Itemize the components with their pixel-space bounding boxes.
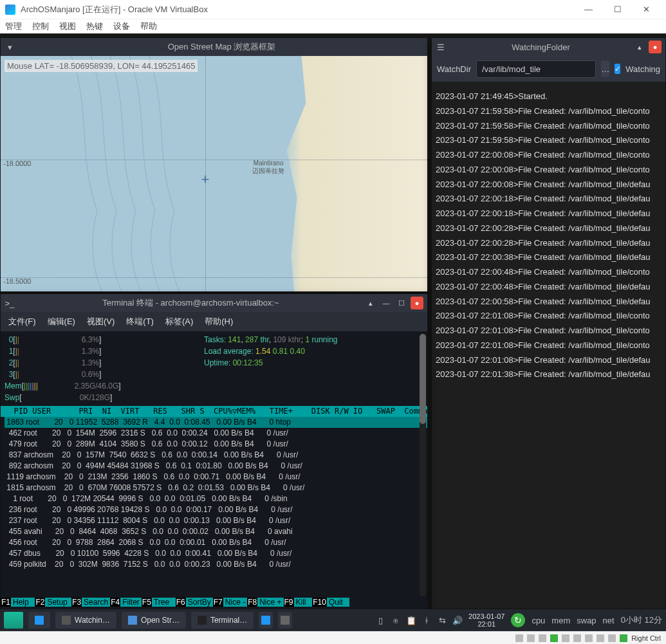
vb-statusbar: Right Ctrl — [0, 631, 666, 644]
term-title: Terminal 终端 - archosm@archosm-virtualbox… — [20, 297, 362, 309]
wf-toolbar: WatchDir … ✓ Watching — [432, 56, 665, 82]
network-icon[interactable]: ⇆ — [438, 616, 447, 625]
application-launcher[interactable] — [4, 612, 23, 629]
term-menu-tabs[interactable]: 标签(A) — [165, 316, 193, 327]
vb-hdd-icon[interactable] — [515, 634, 523, 642]
htop-process-row[interactable]: 479 root 20 0 289M 4104 3580 S 0.6 0.0 0… — [5, 439, 427, 450]
monitor-cpu[interactable]: cpu — [532, 616, 545, 625]
wf-log-line: 2023-01-07 22:01:08>File Created: /var/l… — [436, 324, 661, 338]
vb-menu-view[interactable]: 视图 — [59, 21, 76, 32]
city-label: Maintirano 迈因蒂拉努 — [252, 160, 284, 176]
htop-process-row[interactable]: 457 dbus 20 0 10100 5996 4228 S 0.0 0.0 … — [5, 548, 427, 559]
term-menu-edit[interactable]: 编辑(E) — [48, 316, 75, 327]
lat-label-2: -18.5000 — [3, 277, 31, 285]
vb-menu-manage[interactable]: 管理 — [5, 21, 22, 32]
osm-map-canvas[interactable]: Mouse LAT= -18.506958939, LON= 44.195251… — [1, 56, 427, 291]
kde-taskbar: Watchin… Open Str… Terminal… ▯ ⍟ 📋 ᚼ ⇆ 🔊… — [0, 609, 666, 631]
vb-mouse-icon[interactable] — [620, 634, 627, 642]
vb-audio-icon[interactable] — [539, 634, 546, 642]
wf-log-list[interactable]: 2023-01-07 21:49:45>Started.2023-01-07 2… — [432, 82, 665, 609]
wf-log-line: 2023-01-07 21:59:58>File Created: /var/l… — [436, 104, 661, 119]
monitor-uptime[interactable]: 0小时 12分 — [621, 614, 662, 626]
htop-process-row[interactable]: 892 archosm 20 0 494M 45484 31968 S 0.6 … — [5, 461, 427, 472]
htop-process-row[interactable]: 1815 archosm 20 0 670M 76008 57572 S 0.6… — [5, 483, 427, 493]
vb-shared-folder-icon[interactable] — [573, 634, 581, 642]
show-desktop-button[interactable] — [28, 612, 50, 629]
vb-display-icon[interactable] — [585, 634, 593, 642]
term-menu-terminal[interactable]: 终端(T) — [126, 316, 154, 327]
term-maximize-button[interactable]: ☐ — [395, 297, 408, 309]
vb-menu-help[interactable]: 帮助 — [140, 21, 157, 32]
lat-label-1: -18.0000 — [3, 160, 31, 167]
vb-recording-icon[interactable] — [597, 634, 604, 642]
task-filemanager[interactable] — [259, 612, 273, 629]
volume-icon[interactable]: 🔊 — [453, 616, 462, 625]
vb-optical-icon[interactable] — [527, 634, 535, 642]
bluetooth-icon[interactable]: ᚼ — [422, 616, 431, 625]
htop-process-list[interactable]: 1863 root 20 0 11952 5288 3692 R 4.4 0.0… — [1, 417, 427, 570]
htop-process-row[interactable]: 1119 archosm 20 0 213M 2356 1860 S 0.6 0… — [5, 472, 427, 483]
vb-network-icon[interactable] — [550, 634, 558, 642]
htop-function-bar[interactable]: F1Help F2Setup F3SearchF4FilterF5Tree F6… — [1, 598, 427, 609]
vb-cpu-icon[interactable] — [608, 634, 616, 642]
clipboard-icon[interactable]: 📋 — [407, 616, 416, 625]
monitor-swap[interactable]: swap — [577, 616, 596, 625]
scrollbar-thumb[interactable] — [420, 334, 426, 424]
task-app2[interactable] — [278, 612, 292, 629]
osm-titlebar[interactable]: ▾ Open Street Map 浏览器框架 — [1, 38, 427, 56]
term-menubar: 文件(F) 编辑(E) 视图(V) 终端(T) 标签(A) 帮助(H) — [1, 312, 427, 331]
vb-menu-hotkeys[interactable]: 热键 — [86, 21, 103, 32]
htop-process-row[interactable]: 455 avahi 20 0 8464 4068 3652 S 0.0 0.0 … — [5, 526, 427, 537]
htop-process-row[interactable]: 1863 root 20 0 11952 5288 3692 R 4.4 0.0… — [5, 417, 427, 428]
vb-menu-devices[interactable]: 设备 — [113, 21, 130, 32]
system-tray: ▯ ⍟ 📋 ᚼ ⇆ 🔊 2023-01-07 22:01 ↻ cpu mem s… — [376, 612, 662, 628]
htop-process-row[interactable]: 456 root 20 0 9788 2864 2068 S 0.0 0.0 0… — [5, 537, 427, 548]
htop-process-row[interactable]: 462 root 20 0 154M 2596 2316 S 0.6 0.0 0… — [5, 428, 427, 439]
vb-maximize-button[interactable]: ☐ — [603, 0, 632, 19]
vb-close-button[interactable]: ✕ — [632, 0, 661, 19]
htop-process-row[interactable]: 237 root 20 0 34356 11112 8004 S 0.0 0.0… — [5, 515, 427, 526]
watching-checkbox[interactable]: ✓ — [615, 64, 620, 74]
watchdir-input[interactable] — [476, 60, 596, 78]
task-terminal[interactable]: Terminal… — [191, 612, 254, 629]
vb-menu-control[interactable]: 控制 — [32, 21, 49, 32]
mouse-coords-label: Mouse LAT= -18.506958939, LON= 44.195251… — [5, 60, 198, 72]
wf-minimize-button[interactable]: ▴ — [633, 41, 646, 53]
updates-icon[interactable]: ↻ — [511, 613, 525, 627]
terminal-window: >_ Terminal 终端 - archosm@archosm-virtual… — [0, 293, 428, 610]
terminal-scrollbar[interactable] — [420, 334, 426, 596]
monitor-mem[interactable]: mem — [551, 616, 570, 625]
crosshair-icon: + — [201, 171, 210, 188]
monitor-net[interactable]: net — [603, 616, 615, 625]
browse-button[interactable]: … — [601, 60, 609, 77]
wf-log-line: 2023-01-07 22:01:08>File Created: /var/l… — [436, 309, 661, 324]
term-menu-help[interactable]: 帮助(H) — [205, 316, 233, 327]
htop-process-row[interactable]: 1 root 20 0 172M 20544 9996 S 0.0 0.0 0:… — [5, 493, 427, 504]
task-watchingfolder[interactable]: Watchin… — [55, 612, 116, 629]
term-minimize-button[interactable]: — — [380, 297, 393, 309]
watching-label: Watching — [625, 64, 660, 74]
term-close-button[interactable]: ● — [411, 297, 423, 309]
term-rollup-button[interactable]: ▴ — [364, 297, 377, 309]
htop-columns-header[interactable]: PID USER PRI NI VIRT RES SHR S CPU%▽MEM%… — [1, 406, 427, 417]
app-menu-icon[interactable]: ▾ — [5, 42, 15, 52]
htop-process-row[interactable]: 236 root 20 0 49996 20768 19428 S 0.0 0.… — [5, 504, 427, 515]
vb-usb-icon[interactable] — [562, 634, 569, 642]
htop-header: 0[|| 6.3%] 1[|| 1.3%] 2[|| 1.3%] 3[|| 0.… — [1, 331, 427, 406]
htop-process-row[interactable]: 837 archosm 20 0 157M 7540 6632 S 0.6 0.… — [5, 450, 427, 461]
wf-log-line: 2023-01-07 22:01:08>File Created: /var/l… — [436, 338, 661, 353]
vb-minimize-button[interactable]: — — [574, 0, 603, 19]
term-body[interactable]: 0[|| 6.3%] 1[|| 1.3%] 2[|| 1.3%] 3[|| 0.… — [1, 331, 427, 609]
term-titlebar[interactable]: >_ Terminal 终端 - archosm@archosm-virtual… — [1, 294, 427, 312]
term-menu-view[interactable]: 视图(V) — [87, 316, 115, 327]
battery-icon[interactable]: ▯ — [376, 616, 385, 625]
vb-menubar: 管理 控制 视图 热键 设备 帮助 — [0, 19, 666, 33]
task-openstreetmap[interactable]: Open Str… — [122, 612, 186, 629]
wf-close-button[interactable]: ● — [649, 41, 661, 53]
taskbar-clock[interactable]: 2023-01-07 22:01 — [468, 612, 504, 628]
shield-icon[interactable]: ⍟ — [391, 616, 400, 625]
htop-process-row[interactable]: 459 polkitd 20 0 302M 9836 7152 S 0.0 0.… — [5, 559, 427, 570]
wf-log-line: 2023-01-07 22:00:08>File Created: /var/l… — [436, 148, 661, 163]
wf-titlebar[interactable]: ☰ WatchingFolder ▴ ● — [432, 38, 665, 56]
term-menu-file[interactable]: 文件(F) — [8, 316, 36, 327]
